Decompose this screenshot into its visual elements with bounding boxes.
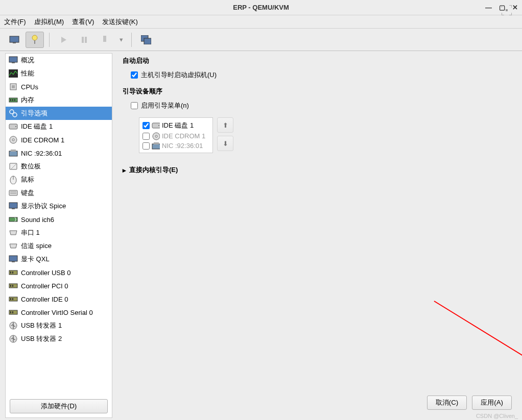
sound-icon (9, 215, 18, 224)
svg-line-59 (434, 301, 522, 383)
svg-rect-5 (85, 37, 87, 43)
boot-device-checkbox[interactable] (143, 133, 150, 140)
play-button[interactable] (55, 32, 73, 48)
sidebar-item-label: 概况 (21, 56, 34, 65)
svg-rect-8 (144, 38, 151, 44)
nic-icon (152, 142, 160, 150)
sidebar-item-label: USB 转发器 2 (21, 334, 62, 343)
ctrl-icon (9, 294, 18, 304)
svg-rect-17 (12, 99, 13, 101)
sidebar-item-15[interactable]: 显卡 QXL (6, 253, 112, 266)
minimize-button[interactable]: — (485, 4, 492, 11)
boot-move-down[interactable]: ⬇ (217, 136, 233, 151)
sidebar-item-10[interactable]: 键盘 (6, 186, 112, 200)
menu-sendkey[interactable]: 发送按键(K) (102, 17, 137, 27)
sidebar-item-21[interactable]: USB 转发器 2 (6, 332, 112, 345)
cdrom-icon (152, 133, 160, 140)
sidebar-item-label: IDE 磁盘 1 (21, 122, 53, 131)
cancel-button[interactable]: 取消(C) (427, 396, 467, 410)
boot-move-up[interactable]: ⬆ (217, 117, 233, 133)
svg-rect-25 (9, 151, 17, 156)
disk-icon (152, 122, 160, 129)
usb-icon (9, 321, 18, 330)
fullscreen-icon[interactable] (502, 5, 512, 17)
chevron-right-icon: ▸ (123, 166, 126, 174)
autostart-checkbox[interactable] (131, 71, 138, 79)
menu-view[interactable]: 查看(V) (72, 17, 94, 27)
bootorder-title: 引导设备顺序 (123, 87, 512, 96)
sidebar-item-label: Controller VirtIO Serial 0 (21, 309, 93, 316)
sidebar: 概况性能CPUs内存引导选项IDE 磁盘 1IDE CDROM 1NIC :92… (5, 53, 112, 418)
sidebar-item-label: Controller IDE 0 (21, 295, 68, 303)
display-icon (9, 202, 18, 211)
sidebar-item-label: 串口 1 (21, 228, 40, 237)
sidebar-item-1[interactable]: 性能 (6, 67, 112, 80)
menu-vm[interactable]: 虚拟机(M) (34, 17, 64, 27)
sidebar-item-label: 键盘 (21, 188, 34, 197)
direct-kernel-expander[interactable]: ▸ 直接内核引导(E) (123, 165, 512, 175)
svg-rect-0 (10, 36, 19, 42)
sidebar-item-11[interactable]: 显示协议 Spice (6, 200, 112, 213)
svg-rect-36 (9, 217, 17, 221)
sidebar-item-4[interactable]: 引导选项 (6, 107, 112, 120)
sidebar-item-9[interactable]: 鼠标 (6, 173, 112, 186)
window-title: ERP - QEMU/KVM (233, 4, 289, 11)
svg-rect-34 (9, 203, 17, 208)
power-dropdown[interactable]: ▾ (116, 32, 126, 48)
menu-file[interactable]: 文件(F) (4, 17, 26, 27)
content-pane: 自动启动 主机引导时启动虚拟机(U) 引导设备顺序 启用引导菜单(n) IDE … (112, 51, 522, 420)
close-button[interactable]: ✕ (512, 4, 518, 11)
sidebar-item-5[interactable]: IDE 磁盘 1 (6, 120, 112, 133)
svg-rect-40 (10, 271, 11, 274)
sidebar-item-label: 内存 (21, 95, 34, 105)
svg-rect-35 (12, 208, 15, 209)
sidebar-item-0[interactable]: 概况 (6, 54, 112, 67)
perf-icon (9, 69, 18, 78)
boot-device-checkbox[interactable] (143, 122, 150, 129)
pause-button[interactable] (75, 32, 93, 48)
sidebar-item-label: 信道 spice (21, 241, 52, 251)
enable-bootmenu-checkbox[interactable] (131, 102, 138, 109)
svg-rect-11 (12, 62, 15, 63)
autostart-label: 主机引导时启动虚拟机(U) (141, 70, 217, 80)
sidebar-item-14[interactable]: 信道 spice (6, 239, 112, 253)
boot-device-row[interactable]: NIC :92:36:01 (139, 141, 212, 151)
svg-rect-1 (13, 42, 16, 43)
sidebar-item-6[interactable]: IDE CDROM 1 (6, 133, 112, 146)
ctrl-icon (9, 281, 18, 290)
boot-device-label: NIC :92:36:01 (162, 142, 203, 150)
sidebar-item-18[interactable]: Controller IDE 0 (6, 292, 112, 306)
sidebar-item-16[interactable]: Controller USB 0 (6, 266, 112, 279)
sidebar-item-3[interactable]: 内存 (6, 93, 112, 107)
svg-rect-57 (152, 144, 160, 149)
sidebar-item-12[interactable]: Sound ich6 (6, 213, 112, 226)
sidebar-item-20[interactable]: USB 转发器 1 (6, 319, 112, 332)
sidebar-item-2[interactable]: CPUs (6, 80, 112, 93)
channel-icon (9, 241, 18, 251)
sidebar-item-19[interactable]: Controller VirtIO Serial 0 (6, 306, 112, 319)
console-button[interactable] (5, 32, 23, 48)
sidebar-item-label: 引导选项 (21, 109, 48, 118)
boot-device-row[interactable]: IDE 磁盘 1 (139, 120, 212, 131)
sidebar-item-8[interactable]: 数位板 (6, 160, 112, 173)
boot-device-list[interactable]: IDE 磁盘 1IDE CDROM 1NIC :92:36:01 (139, 117, 213, 153)
snapshot-button[interactable] (137, 32, 155, 48)
boot-device-row[interactable]: IDE CDROM 1 (139, 131, 212, 141)
info-button[interactable] (26, 32, 44, 48)
apply-button[interactable]: 应用(A) (472, 396, 512, 410)
sidebar-item-label: 数位板 (21, 162, 41, 171)
sidebar-item-7[interactable]: NIC :92:36:01 (6, 146, 112, 160)
autostart-title: 自动启动 (123, 56, 512, 65)
boot-device-label: IDE CDROM 1 (162, 132, 205, 140)
svg-rect-14 (12, 85, 15, 88)
power-button[interactable] (96, 32, 114, 48)
add-hardware-button[interactable]: 添加硬件(D) (10, 399, 108, 413)
svg-point-24 (12, 139, 14, 141)
sidebar-item-label: 性能 (21, 69, 34, 78)
svg-rect-41 (12, 271, 13, 274)
sidebar-item-13[interactable]: 串口 1 (6, 226, 112, 239)
ctrl-icon (9, 308, 18, 317)
sidebar-item-17[interactable]: Controller PCI 0 (6, 279, 112, 292)
boot-device-checkbox[interactable] (143, 142, 150, 150)
sidebar-item-label: Sound ich6 (21, 216, 54, 224)
